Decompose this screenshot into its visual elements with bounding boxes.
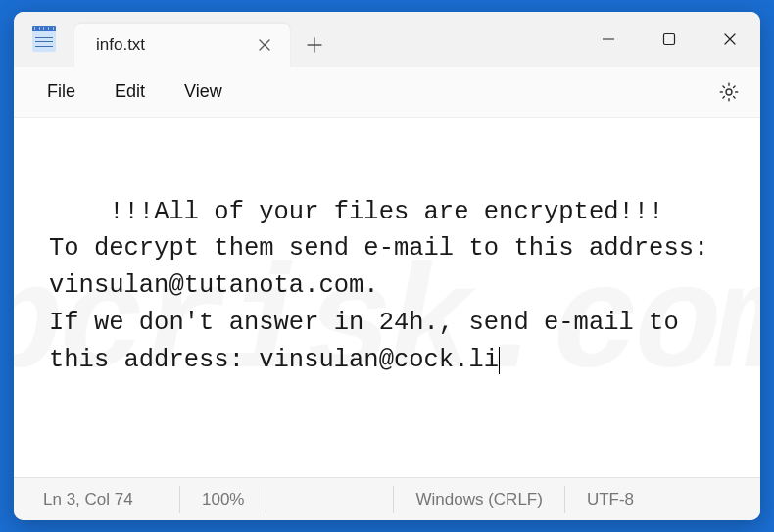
app-icon-container — [14, 12, 74, 67]
new-tab-button[interactable] — [290, 24, 339, 67]
menu-view[interactable]: View — [165, 73, 242, 110]
status-line-ending: Windows (CRLF) — [394, 486, 564, 513]
plus-icon — [307, 37, 322, 53]
notepad-icon — [32, 26, 56, 52]
titlebar: info.txt — [14, 12, 760, 67]
close-icon — [259, 39, 270, 51]
gear-icon — [718, 81, 740, 103]
minimize-icon — [602, 32, 615, 46]
status-encoding: UTF-8 — [565, 486, 655, 513]
tabs: info.txt — [74, 12, 339, 67]
window-controls — [578, 12, 760, 67]
status-spacer — [266, 486, 394, 513]
svg-rect-0 — [664, 34, 675, 45]
menu-file[interactable]: File — [27, 73, 95, 110]
notepad-window: info.txt File Edit View — [14, 12, 760, 520]
tab-close-button[interactable] — [253, 33, 276, 57]
statusbar: Ln 3, Col 74 100% Windows (CRLF) UTF-8 — [14, 477, 760, 520]
maximize-icon — [662, 32, 676, 46]
close-window-button[interactable] — [700, 12, 760, 67]
svg-point-1 — [726, 89, 732, 95]
tab-info-txt[interactable]: info.txt — [74, 24, 290, 67]
minimize-button[interactable] — [578, 12, 639, 67]
maximize-button[interactable] — [639, 12, 700, 67]
editor-content: !!!All of your files are encrypted!!! To… — [49, 198, 724, 374]
status-zoom[interactable]: 100% — [180, 486, 266, 513]
text-editor[interactable]: !!!All of your files are encrypted!!! To… — [14, 118, 760, 477]
close-icon — [723, 32, 737, 46]
caret — [499, 347, 500, 374]
menubar: File Edit View — [14, 67, 760, 118]
tab-title: info.txt — [96, 35, 145, 55]
menu-edit[interactable]: Edit — [95, 73, 165, 110]
status-position: Ln 3, Col 74 — [14, 486, 180, 513]
settings-button[interactable] — [715, 78, 743, 106]
